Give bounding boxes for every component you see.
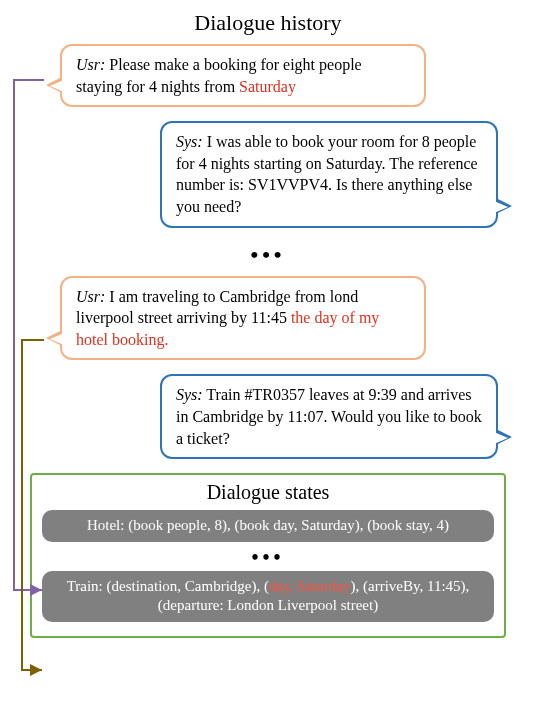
state-row-hotel: Hotel: (book people, 8), (book day, Satu… — [42, 510, 494, 542]
state-text: Train: (destination, Cambridge), ( — [67, 578, 269, 594]
speaker-label: Usr: — [76, 288, 105, 305]
usr-bubble-2: Usr: I am traveling to Cambridge from lo… — [60, 276, 426, 361]
dialogue-states-title: Dialogue states — [42, 481, 494, 504]
bubble-text: Please make a booking for eight people s… — [76, 56, 362, 95]
state-highlight: day, Saturday — [269, 578, 351, 594]
speaker-label: Usr: — [76, 56, 105, 73]
state-row-train: Train: (destination, Cambridge), (day, S… — [42, 571, 494, 622]
dialogue-history-title: Dialogue history — [30, 10, 506, 36]
dialogue-states-box: Dialogue states Hotel: (book people, 8),… — [30, 473, 506, 638]
state-text: Hotel: (book people, 8), (book day, Satu… — [87, 517, 449, 533]
ellipsis-icon: ••• — [30, 242, 506, 268]
bubble-highlight: Saturday — [239, 78, 296, 95]
usr-bubble-1: Usr: Please make a booking for eight peo… — [60, 44, 426, 107]
sys-bubble-2: Sys: Train #TR0357 leaves at 9:39 and ar… — [160, 374, 498, 459]
bubble-text: Train #TR0357 leaves at 9:39 and arrives… — [176, 386, 482, 446]
ellipsis-icon: ••• — [42, 546, 494, 569]
sys-bubble-1: Sys: I was able to book your room for 8 … — [160, 121, 498, 227]
speaker-label: Sys: — [176, 133, 203, 150]
bubble-text: I was able to book your room for 8 peopl… — [176, 133, 478, 215]
speaker-label: Sys: — [176, 386, 203, 403]
